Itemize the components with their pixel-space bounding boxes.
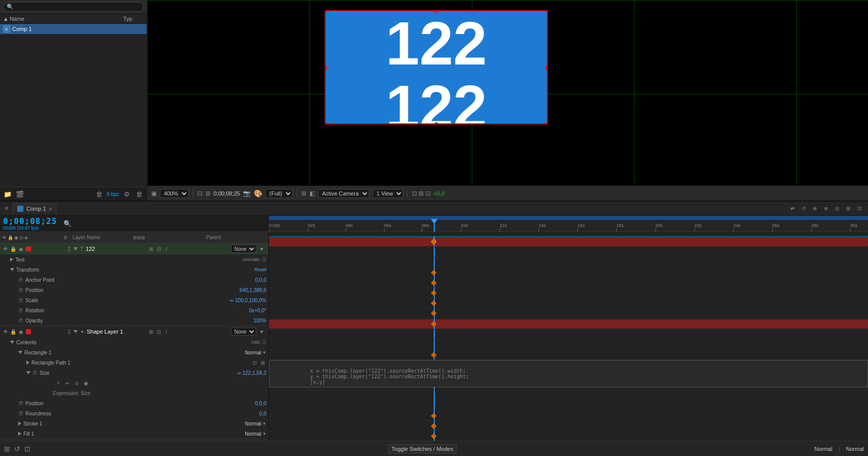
layer-1-eye[interactable]: 👁 [2,245,9,252]
tl-ctrl-2[interactable]: ↺ [799,204,808,213]
l1-sw2[interactable]: ⊡ [155,245,162,252]
layer-1-parent[interactable]: None [231,245,256,253]
rectpath1-expand[interactable] [26,361,29,365]
layer-1-solo[interactable]: ◉ [17,245,24,252]
stroke1-mode[interactable]: Normal ▼ [245,421,266,427]
layer-1-name-cell[interactable]: T 122 [74,246,147,252]
layer-2-solo[interactable]: ◉ [17,328,24,335]
tl-ctrl-4[interactable]: ⊗ [821,204,830,213]
settings-icon[interactable]: ⚙ [122,189,131,199]
handle-mid-right[interactable] [546,66,548,70]
roundness-stopwatch[interactable]: ⏱ [18,411,23,416]
opacity-stopwatch[interactable]: ⏱ [18,318,23,323]
handle-bot-right[interactable] [546,122,548,124]
l2-sw3[interactable]: / [163,328,170,335]
toggle-switches-btn[interactable]: Toggle Switches / Modes [388,444,457,453]
anchor-value[interactable]: 0,0,0 [255,277,266,283]
zoom-select[interactable]: 400% [160,189,189,198]
normal-mode-2[interactable]: Normal [846,446,864,452]
layer-1-expand[interactable] [74,247,78,250]
tl-ctrl-3[interactable]: ⊕ [810,204,819,213]
layer-1-color[interactable] [25,245,32,252]
shape-position-stopwatch[interactable]: ⏱ [18,401,23,406]
stroke1-expand[interactable] [18,421,21,426]
new-comp-icon[interactable]: 🎬 [15,189,24,199]
rect1-expand[interactable] [18,351,22,354]
close-tab-btn[interactable]: ≡ [49,206,52,212]
comp-tab[interactable]: Comp 1 ≡ [13,204,56,213]
trash-icon[interactable]: 🗑 [134,189,144,199]
quality-select[interactable]: (Full) [265,189,293,198]
project-item-comp1[interactable]: C Comp 1 [0,24,147,34]
roundness-value[interactable]: 0,0 [259,411,266,416]
scale-stopwatch[interactable]: ⏱ [18,298,23,303]
position-value[interactable]: 640,1,388,6 [239,287,266,293]
scale-value[interactable]: ∞ 100,0,100,0% [230,298,266,303]
size-expand[interactable] [26,371,30,374]
handle-top-right[interactable] [546,10,548,12]
handle-top-left[interactable] [325,10,327,12]
rect1-mode[interactable]: Normal ▼ [245,350,266,355]
layer-2-eye[interactable]: 👁 [2,328,9,335]
l1-parent-icon[interactable]: ▼ [257,244,266,253]
handle-bot-left[interactable] [325,122,327,124]
animate-btn[interactable]: Animate: ⓘ [242,256,266,263]
layer-2-expand[interactable] [74,330,78,333]
fill1-expand[interactable] [18,432,21,436]
position-stopwatch[interactable]: ⏱ [18,287,23,293]
l1-sw3[interactable]: / [163,245,170,252]
new-folder-icon[interactable]: 📁 [3,189,12,199]
tl-ctrl-6[interactable]: ⊞ [844,204,853,213]
view-select[interactable]: 1 View [372,189,403,198]
layer-2-lock[interactable]: 🔒 [10,328,17,335]
handle-mid-left[interactable] [325,66,327,70]
size-value[interactable]: ∞ 122,1,58,2 [237,370,266,376]
expr-icon4[interactable]: ◉ [82,379,89,386]
layer-2-color[interactable] [25,328,32,335]
tl-bottom-icon2[interactable]: ↺ [14,445,20,453]
l2-sw1[interactable]: ⊞ [148,328,155,335]
normal-mode-1[interactable]: Normal [814,446,832,452]
expr-icon3[interactable]: ⊙ [73,379,80,386]
rotation-stopwatch[interactable]: ⏱ [18,308,23,313]
l2-sw2[interactable]: ⊡ [155,328,162,335]
tl-ctrl-5[interactable]: ◎ [832,204,842,213]
close-comp-btn[interactable]: ✕ [4,205,9,212]
grid-icon[interactable]: ⊞ [301,190,306,197]
tl-ctrl-7[interactable]: ⊡ [855,204,864,213]
expr-icon2[interactable]: ↩ [64,379,71,386]
handle-top-mid[interactable] [434,10,438,12]
layer-2-parent[interactable]: None [231,328,256,336]
ruler-playhead[interactable] [434,220,435,232]
expr-icon1[interactable]: = [55,379,62,386]
rp1-icon2[interactable]: ⊞ [259,359,266,366]
layer-1-lock[interactable]: 🔒 [10,245,17,252]
add-btn[interactable]: Add: ⓘ [251,339,266,346]
sort-name-icon[interactable]: ▲ [3,16,9,22]
transform-expand[interactable] [10,268,14,271]
pixel-icon[interactable]: ⊞ [205,190,211,197]
tl-bottom-icon3[interactable]: ⊡ [24,445,30,453]
tl-bottom-icon1[interactable]: ⊞ [4,445,10,453]
rp1-icon1[interactable]: ⊡ [251,359,258,366]
size-stopwatch[interactable]: ⏱ [32,370,38,376]
fill1-mode[interactable]: Normal ▼ [245,431,266,437]
layer-2-name-cell[interactable]: ✦ Shape Layer 1 [74,329,147,335]
reset-btn[interactable]: Reset [254,267,266,272]
text-expand[interactable] [10,257,13,262]
anchor-stopwatch[interactable]: ⏱ [18,277,23,283]
fit-icon[interactable]: ⊡ [197,190,202,197]
tl-search-btn[interactable]: 🔍 [63,219,72,229]
shape-position-value[interactable]: 0,0,0 [255,401,266,406]
handle-bot-mid[interactable] [434,122,438,124]
l2-parent-icon[interactable]: ▼ [257,327,266,336]
project-search-box[interactable]: 🔍 [3,2,144,12]
alpha-icon[interactable]: ◧ [309,190,315,197]
opacity-value[interactable]: 100% [253,318,266,323]
rotation-value[interactable]: 0x+0,0° [249,308,266,313]
project-search-input[interactable] [16,4,140,10]
delete-icon[interactable]: 🗑 [95,189,104,199]
tl-ctrl-1[interactable]: ⇄ [788,204,797,213]
camera-select[interactable]: Active Camera [318,189,369,198]
contents-expand[interactable] [10,341,14,344]
